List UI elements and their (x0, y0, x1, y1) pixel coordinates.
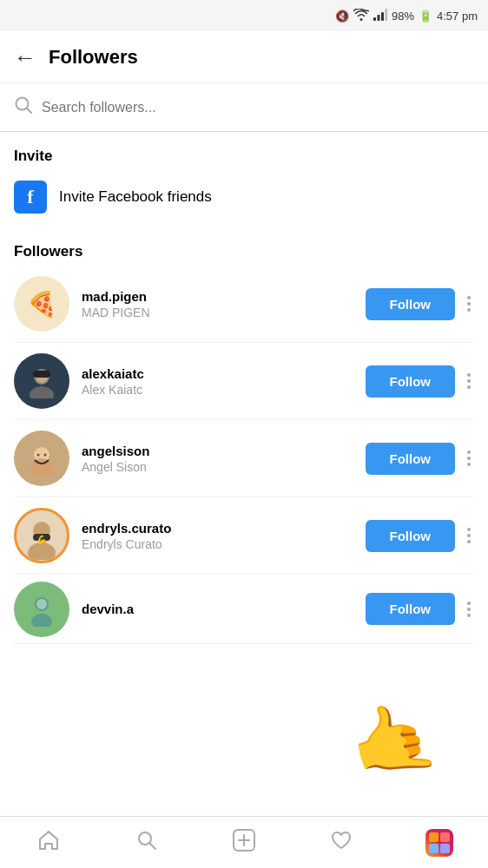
search-container (0, 83, 488, 132)
facebook-icon: f (14, 181, 47, 214)
search-icon (14, 95, 33, 119)
svg-rect-9 (33, 371, 50, 378)
display-name: MAD PIGEN (82, 306, 366, 319)
svg-line-24 (149, 843, 155, 849)
avatar (14, 582, 69, 637)
add-icon (233, 829, 255, 857)
user-info: angelsison Angel Sison (82, 444, 366, 474)
invite-facebook-label: Invite Facebook friends (59, 188, 212, 206)
user-info: devvin.a (82, 602, 366, 616)
battery-icon: 🔋 (419, 10, 432, 23)
more-options-button[interactable] (464, 524, 474, 547)
display-name: Alex Kaiatc (82, 383, 366, 397)
signal-icon (373, 9, 387, 23)
back-button[interactable]: ← (14, 46, 36, 69)
follow-button[interactable]: Follow (366, 365, 456, 398)
search-nav-icon (135, 829, 158, 857)
display-name: Endryls Curato (82, 537, 366, 551)
followers-section-title: Followers (14, 243, 474, 260)
status-icons: 🔇 98% 🔋 4:57 pm (335, 9, 478, 23)
list-item: angelsison Angel Sison Follow (14, 420, 474, 497)
list-item: 💪 endryls.curato Endryls Curato Follow (14, 497, 474, 575)
avatar: 💪 (14, 508, 69, 563)
svg-point-13 (37, 454, 40, 457)
username: mad.pigen (82, 289, 366, 304)
list-item: devvin.a Follow (14, 575, 474, 644)
more-options-button[interactable] (464, 370, 474, 392)
user-info: mad.pigen MAD PIGEN (82, 289, 366, 319)
username: endryls.curato (82, 521, 366, 536)
nav-add[interactable] (218, 821, 270, 865)
search-input[interactable] (42, 100, 474, 115)
avatar (14, 431, 69, 486)
nav-profile[interactable] (413, 821, 465, 865)
display-name: Angel Sison (82, 460, 366, 474)
profile-icon (425, 829, 453, 857)
battery-text: 98% (392, 10, 414, 23)
more-options-button[interactable] (464, 598, 474, 621)
follow-button[interactable]: Follow (366, 520, 456, 552)
avatar: 🍕 (14, 276, 69, 332)
follow-button[interactable]: Follow (366, 593, 456, 625)
follow-button[interactable]: Follow (366, 288, 456, 320)
svg-point-21 (31, 614, 52, 627)
nav-heart[interactable] (315, 821, 367, 865)
list-item: 🍕 mad.pigen MAD PIGEN Follow (14, 266, 474, 343)
svg-rect-2 (381, 12, 384, 21)
svg-line-5 (27, 108, 32, 114)
invite-facebook-button[interactable]: f Invite Facebook friends (14, 177, 474, 222)
svg-point-7 (30, 386, 54, 398)
followers-section: Followers 🍕 mad.pigen MAD PIGEN Follow (0, 231, 488, 649)
nav-search[interactable] (121, 821, 173, 865)
user-info: alexkaiatc Alex Kaiatc (82, 366, 366, 397)
bottom-nav (0, 816, 488, 868)
invite-title: Invite (14, 148, 474, 165)
invite-section: Invite f Invite Facebook friends (0, 132, 488, 231)
svg-rect-1 (377, 15, 379, 21)
status-bar: 🔇 98% 🔋 4:57 pm (0, 0, 488, 31)
svg-rect-3 (385, 9, 387, 21)
header: ← Followers (0, 31, 488, 83)
svg-text:💪: 💪 (36, 534, 48, 545)
username: devvin.a (82, 602, 366, 616)
username: angelsison (82, 444, 366, 458)
time-display: 4:57 pm (437, 10, 478, 23)
nav-home[interactable] (23, 821, 75, 865)
user-info: endryls.curato Endryls Curato (82, 521, 366, 551)
more-options-button[interactable] (464, 447, 474, 470)
home-icon (37, 829, 60, 857)
svg-rect-0 (373, 17, 376, 21)
list-item: alexkaiatc Alex Kaiatc Follow (14, 343, 474, 420)
mute-icon: 🔇 (335, 10, 349, 23)
svg-point-14 (44, 454, 47, 457)
username: alexkaiatc (82, 366, 366, 381)
svg-point-22 (36, 599, 47, 609)
wifi-icon (353, 9, 369, 23)
follow-button[interactable]: Follow (366, 443, 456, 475)
avatar (14, 353, 69, 409)
heart-icon (330, 829, 353, 857)
more-options-button[interactable] (464, 293, 474, 315)
page-title: Followers (49, 46, 138, 69)
